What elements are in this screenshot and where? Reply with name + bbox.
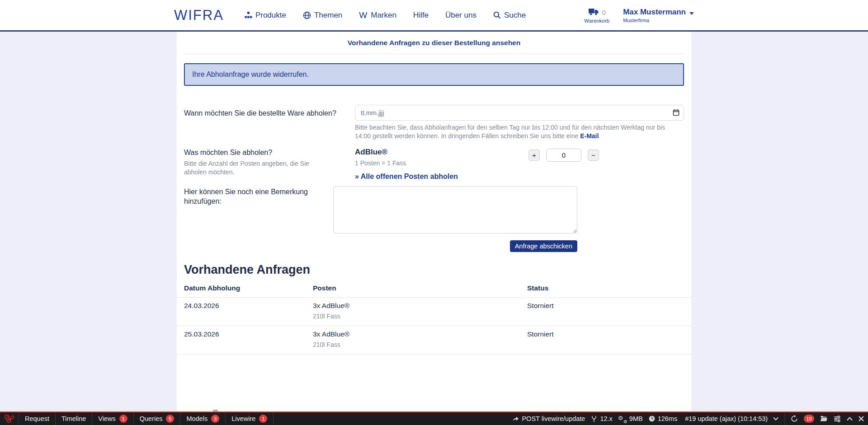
debugbar-tab-views[interactable]: Views1 bbox=[92, 412, 133, 425]
debugbar-tab-queries[interactable]: Queries5 bbox=[134, 412, 181, 425]
remark-textarea[interactable] bbox=[333, 186, 577, 234]
history-icon[interactable] bbox=[791, 415, 798, 422]
views-badge: 1 bbox=[119, 415, 127, 423]
nav-label: Hilfe bbox=[413, 11, 429, 20]
nav-label: Marken bbox=[371, 11, 396, 20]
requests-table: Datum Abholung Posten Status 24.03.2026 … bbox=[177, 281, 691, 355]
version-text: 12.x bbox=[600, 415, 612, 422]
cell-posten: 3x AdBlue® bbox=[313, 302, 527, 310]
w-letter-icon: W bbox=[359, 10, 368, 20]
current-request-selector[interactable]: #19 update (ajax) (10:14:53) bbox=[685, 415, 778, 422]
items-label: Was möchten Sie abholen? bbox=[184, 148, 341, 157]
folder-icon[interactable] bbox=[820, 416, 828, 422]
tab-label: Timeline bbox=[61, 415, 86, 422]
items-help-text: Bitte die Anzahl der Posten angeben, die… bbox=[184, 159, 320, 177]
remark-label: Hier können Sie noch eine Bemerkung hinz… bbox=[184, 186, 333, 252]
cell-status: Storniert bbox=[527, 302, 684, 320]
share-arrow-icon bbox=[512, 416, 519, 422]
laravel-logo-icon[interactable] bbox=[0, 412, 19, 425]
nav-item-themen[interactable]: Themen bbox=[303, 11, 342, 20]
request-method-path: POST livewire/update bbox=[512, 415, 585, 422]
queries-badge: 5 bbox=[166, 415, 174, 423]
quantity-stepper: + − bbox=[528, 149, 599, 162]
livewire-badge: 1 bbox=[259, 415, 267, 423]
nav-item-produkte[interactable]: Produkte bbox=[245, 11, 286, 20]
user-menu[interactable]: Max Mustermann Musterfirma bbox=[623, 8, 694, 23]
table-header-row: Datum Abholung Posten Status bbox=[177, 281, 691, 298]
product-unit: 1 Posten = 1 Fass bbox=[355, 159, 406, 167]
memory-usage: ⚙⚙ 9MB bbox=[618, 415, 643, 423]
cart-button[interactable]: 0 Warenkorb bbox=[584, 7, 609, 23]
framework-version: 12.x bbox=[591, 415, 612, 422]
tab-label: Queries bbox=[140, 415, 163, 422]
cart-count: 0 bbox=[602, 9, 606, 16]
col-header-posten: Posten bbox=[313, 284, 527, 292]
chevron-down-icon bbox=[689, 12, 694, 15]
date-help-text: Bitte beachten Sie, dass Abholanfragen f… bbox=[355, 123, 678, 140]
divider bbox=[784, 412, 785, 425]
search-icon bbox=[493, 11, 501, 19]
gears-icon: ⚙⚙ bbox=[618, 415, 627, 423]
date-help-body: Bitte beachten Sie, dass Abholanfragen f… bbox=[355, 124, 665, 140]
main-nav: Produkte Themen W Marken Hilfe Über uns bbox=[245, 10, 526, 20]
tab-label: Models bbox=[186, 415, 208, 422]
sitemap-icon bbox=[245, 11, 252, 19]
cell-posten: 3x AdBlue® bbox=[313, 330, 527, 338]
increment-button[interactable]: + bbox=[528, 149, 540, 161]
cell-date: 24.03.2026 bbox=[184, 302, 313, 320]
nav-item-marken[interactable]: W Marken bbox=[359, 10, 396, 20]
divider bbox=[184, 54, 684, 54]
globe-icon bbox=[303, 11, 311, 19]
col-header-status: Status bbox=[527, 284, 684, 292]
user-company: Musterfirma bbox=[623, 18, 694, 23]
tab-label: Views bbox=[98, 415, 115, 422]
request-duration: 126ms bbox=[649, 415, 678, 422]
existing-requests-title: Vorhandene Anfragen bbox=[184, 263, 684, 277]
debugbar-tab-request[interactable]: Request bbox=[19, 412, 56, 425]
close-icon[interactable] bbox=[859, 416, 864, 421]
nav-item-ueber-uns[interactable]: Über uns bbox=[445, 11, 476, 20]
cart-label: Warenkorb bbox=[584, 18, 609, 23]
nav-item-suche[interactable]: Suche bbox=[493, 11, 526, 20]
existing-requests-link[interactable]: Vorhandene Anfragen zu dieser Bestellung… bbox=[177, 39, 691, 47]
minimize-chevron-up-icon[interactable] bbox=[847, 417, 853, 421]
decrement-button[interactable]: − bbox=[588, 149, 599, 161]
debugbar-tab-models[interactable]: Models3 bbox=[180, 412, 226, 425]
cell-posten-detail: 210l Fass bbox=[313, 313, 527, 320]
user-name: Max Mustermann bbox=[623, 8, 686, 17]
debugbar-tab-livewire[interactable]: Livewire1 bbox=[226, 412, 274, 425]
nav-item-hilfe[interactable]: Hilfe bbox=[413, 11, 429, 20]
cell-date: 25.03.2026 bbox=[184, 330, 313, 348]
truck-icon bbox=[588, 7, 599, 18]
alert-text: Ihre Abholanfrage wurde widerrufen. bbox=[192, 70, 309, 79]
nav-label: Produkte bbox=[255, 11, 286, 20]
chevron-down-icon bbox=[773, 417, 778, 420]
wifra-logo[interactable]: WIFRA bbox=[174, 7, 224, 23]
settings-sliders-icon[interactable] bbox=[834, 416, 841, 422]
product-row: AdBlue® 1 Posten = 1 Fass + − bbox=[355, 148, 599, 167]
col-header-datum: Datum Abholung bbox=[184, 284, 313, 292]
quantity-input[interactable] bbox=[546, 149, 581, 162]
nav-label: Themen bbox=[314, 11, 342, 20]
submit-request-button[interactable]: Anfrage abschicken bbox=[510, 240, 577, 252]
tab-label: Request bbox=[25, 415, 49, 422]
cell-status: Storniert bbox=[527, 330, 684, 348]
calendar-icon[interactable] bbox=[673, 109, 679, 118]
table-row: 25.03.2026 3x AdBlue® 210l Fass Stornier… bbox=[177, 326, 691, 355]
site-header: WIFRA Produkte Themen W Marken Hilfe bbox=[0, 0, 868, 32]
email-link[interactable]: E-Mail bbox=[580, 132, 599, 140]
nav-label: Suche bbox=[504, 11, 526, 20]
gear-icon: ⚙ bbox=[623, 419, 627, 424]
pickup-date-input[interactable] bbox=[355, 105, 684, 121]
memory-text: 9MB bbox=[629, 415, 643, 422]
history-count-badge[interactable]: 19 bbox=[804, 415, 814, 423]
nav-label: Über uns bbox=[445, 11, 476, 20]
pickup-form: Wann möchten Sie die bestellte Ware abho… bbox=[184, 105, 684, 252]
clock-icon bbox=[649, 416, 655, 422]
duration-text: 126ms bbox=[658, 415, 678, 422]
tab-label: Livewire bbox=[231, 415, 255, 422]
all-open-items-link[interactable]: » Alle offenen Posten abholen bbox=[355, 173, 458, 181]
gear-icon: ⚙ bbox=[618, 415, 623, 421]
current-request-text: #19 update (ajax) (10:14:53) bbox=[685, 415, 768, 422]
debugbar-tab-timeline[interactable]: Timeline bbox=[56, 412, 92, 425]
